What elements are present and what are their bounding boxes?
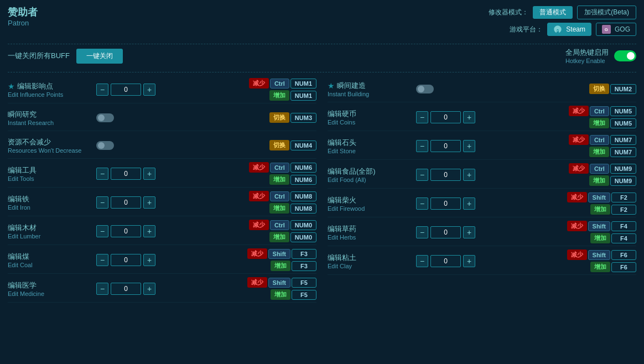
feature-label-en: Resources Won't Decrease: [8, 147, 96, 154]
feature-label-zh: 编辑食品(全部): [328, 167, 416, 176]
decrement-button[interactable]: −: [96, 168, 108, 180]
feature-row: 编辑医学Edit Medicine−+减少ShiftF5增加F5: [8, 275, 316, 303]
increment-button[interactable]: +: [463, 140, 475, 152]
key-row: 减少CtrlNUM9: [569, 163, 636, 174]
feature-controls: −+: [416, 169, 569, 181]
increment-button[interactable]: +: [463, 255, 475, 267]
key-action-decrease: 减少: [249, 191, 269, 201]
mode-normal-button[interactable]: 普通模式: [533, 6, 573, 19]
decrement-button[interactable]: −: [416, 111, 428, 123]
key-code: NUM2: [610, 84, 636, 94]
decrement-button[interactable]: −: [416, 140, 428, 152]
number-control: −+: [416, 226, 475, 238]
decrement-button[interactable]: −: [416, 197, 428, 210]
title-en: Patron: [8, 19, 38, 27]
hotkey-toggle[interactable]: [614, 50, 636, 61]
increment-button[interactable]: +: [463, 169, 475, 181]
mode-section: 修改器模式： 普通模式 加强模式(Beta) 游戏平台： Steam G GOG: [489, 6, 636, 36]
value-input[interactable]: [430, 197, 461, 210]
key-action-decrease: 减少: [569, 106, 589, 116]
increment-button[interactable]: +: [463, 226, 475, 238]
feature-label-zh: 编辑粘土: [328, 253, 416, 263]
increment-button[interactable]: +: [143, 84, 155, 96]
steam-icon: [553, 25, 562, 34]
decrement-button[interactable]: −: [96, 196, 108, 209]
feature-toggle[interactable]: [416, 85, 434, 93]
keys-section: 减少ShiftF4增加F4: [567, 221, 636, 243]
increment-button[interactable]: +: [143, 254, 155, 266]
feature-toggle[interactable]: [96, 113, 114, 122]
key-modifier: Ctrl: [270, 79, 289, 89]
value-input[interactable]: [430, 255, 461, 267]
key-code: F3: [292, 249, 316, 259]
decrement-button[interactable]: −: [416, 255, 428, 267]
key-action-decrease: 减少: [249, 220, 269, 230]
value-input[interactable]: [111, 254, 141, 266]
increment-button[interactable]: +: [143, 225, 155, 237]
one-click-button[interactable]: 一键关闭: [76, 49, 123, 64]
platform-gog-button[interactable]: G GOG: [596, 23, 636, 36]
feature-controls: [96, 141, 269, 150]
key-action-decrease: 减少: [569, 163, 589, 174]
increment-button[interactable]: +: [463, 197, 475, 210]
key-code: NUM9: [610, 176, 636, 186]
feature-controls: −+: [416, 111, 569, 123]
value-input[interactable]: [430, 111, 461, 123]
decrement-button[interactable]: −: [96, 254, 108, 266]
feature-label-zh: ★编辑影响点: [8, 81, 96, 91]
title-section: 赞助者 Patron: [8, 6, 38, 27]
increment-button[interactable]: +: [143, 196, 155, 209]
feature-row: 资源不会减少Resources Won't Decrease切换NUM4: [8, 132, 316, 159]
feature-label-en: Instant Building: [328, 91, 416, 97]
key-code: NUM0: [290, 220, 316, 230]
value-input[interactable]: [430, 226, 461, 238]
key-row: 切换NUM3: [269, 112, 316, 123]
keys-section: 减少CtrlNUM7增加NUM7: [569, 134, 636, 157]
feature-label: ★瞬间建造Instant Building: [328, 81, 416, 97]
value-input[interactable]: [111, 225, 141, 237]
value-input[interactable]: [111, 84, 141, 96]
feature-label: 编辑工具Edit Tools: [8, 165, 96, 182]
key-action-decrease: 减少: [567, 192, 587, 202]
feature-row: 编辑食品(全部)Edit Food (All)−+减少CtrlNUM9增加NUM…: [328, 161, 636, 189]
key-row: 减少ShiftF6: [567, 249, 636, 260]
key-action-decrease: 减少: [247, 248, 267, 259]
value-input[interactable]: [111, 283, 141, 295]
value-input[interactable]: [111, 196, 141, 209]
key-row: 增加NUM8: [269, 203, 316, 214]
increment-button[interactable]: +: [463, 111, 475, 123]
left-panel: ★编辑影响点Edit Influence Points−+减少CtrlNUM1增…: [8, 76, 316, 358]
feature-label: 编辑铁Edit Iron: [8, 194, 96, 211]
increment-button[interactable]: +: [143, 168, 155, 180]
decrement-button[interactable]: −: [96, 84, 108, 96]
platform-steam-button[interactable]: Steam: [547, 23, 591, 36]
key-action-increase: 增加: [269, 174, 289, 185]
key-action-increase: 增加: [271, 261, 290, 271]
key-action-toggle: 切换: [589, 84, 609, 94]
increment-button[interactable]: +: [143, 283, 155, 295]
feature-label-zh: 编辑草药: [328, 224, 416, 234]
value-input[interactable]: [430, 169, 461, 181]
feature-label-en: Edit Food (All): [328, 176, 416, 183]
value-input[interactable]: [111, 168, 141, 180]
feature-controls: −+: [96, 254, 247, 266]
feature-row: 编辑煤Edit Coal−+减少ShiftF3增加F3: [8, 246, 316, 274]
decrement-button[interactable]: −: [96, 283, 108, 295]
feature-row: 编辑工具Edit Tools−+减少CtrlNUM6增加NUM6: [8, 160, 316, 188]
decrement-button[interactable]: −: [96, 225, 108, 237]
key-row: 增加F3: [271, 261, 316, 271]
number-control: −+: [416, 255, 475, 267]
value-input[interactable]: [430, 140, 461, 152]
decrement-button[interactable]: −: [416, 169, 428, 181]
key-action-increase: 增加: [269, 232, 289, 242]
decrement-button[interactable]: −: [416, 226, 428, 238]
feature-label-en: Instant Research: [8, 119, 96, 126]
key-modifier: Ctrl: [270, 191, 289, 201]
main-grid: ★编辑影响点Edit Influence Points−+减少CtrlNUM1增…: [8, 76, 636, 358]
key-code: NUM9: [610, 164, 636, 174]
mode-enhanced-button[interactable]: 加强模式(Beta): [577, 6, 636, 19]
feature-toggle[interactable]: [96, 141, 114, 150]
feature-label: 编辑石头Edit Stone: [328, 138, 416, 154]
feature-label-zh: 编辑工具: [8, 165, 96, 175]
feature-label-en: Edit Medicine: [8, 290, 96, 297]
